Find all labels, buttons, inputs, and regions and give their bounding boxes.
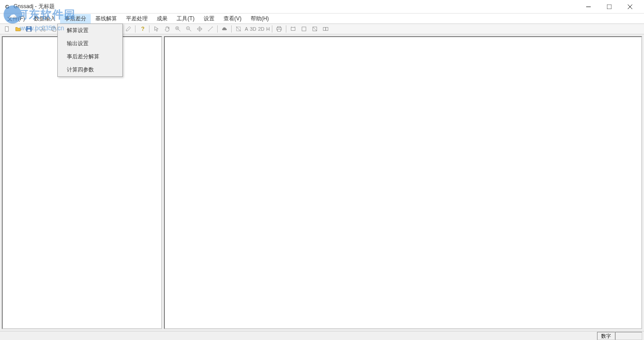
svg-point-9	[44, 30, 46, 32]
svg-rect-32	[278, 29, 281, 31]
svg-line-36	[313, 27, 317, 31]
svg-rect-33	[291, 28, 295, 31]
menu-tools[interactable]: 工具(T)	[172, 14, 199, 24]
minimize-button[interactable]	[578, 0, 599, 14]
rect1-icon[interactable]	[288, 24, 298, 33]
menu-settings[interactable]: 设置	[199, 14, 219, 24]
menu-results[interactable]: 成果	[152, 14, 172, 24]
svg-line-29	[236, 27, 241, 32]
main-area	[0, 34, 644, 331]
svg-rect-37	[323, 28, 326, 31]
text-2d-icon[interactable]: 2D	[257, 26, 265, 32]
new-file-icon[interactable]	[2, 24, 12, 33]
svg-line-26	[189, 29, 191, 31]
svg-rect-7	[28, 29, 31, 31]
menu-view[interactable]: 查看(V)	[219, 14, 246, 24]
dropdown-output-settings[interactable]: 输出设置	[58, 37, 122, 50]
svg-rect-4	[5, 27, 9, 32]
arrow-icon[interactable]	[151, 24, 161, 33]
pencil-icon[interactable]	[123, 24, 133, 33]
open-folder-icon[interactable]	[13, 24, 23, 33]
dropdown-solve-settings[interactable]: 解算设置	[58, 24, 122, 37]
cloud-icon[interactable]	[219, 24, 229, 33]
dropdown-post-diff-solve[interactable]: 事后差分解算	[58, 50, 122, 63]
app-icon: G	[4, 3, 11, 10]
text-3d-icon[interactable]: 3D	[249, 26, 257, 32]
save-icon[interactable]	[24, 24, 34, 33]
select-rect-icon[interactable]	[233, 24, 243, 33]
dropdown-calc-four-params[interactable]: 计算四参数	[58, 63, 122, 76]
menu-post-diff[interactable]: 事后差分	[60, 14, 91, 24]
svg-rect-11	[53, 28, 56, 31]
menu-data-input[interactable]: 数据输入	[29, 14, 60, 24]
menu-help[interactable]: 帮助(H)	[246, 14, 274, 24]
statusbar: 数字	[0, 331, 644, 340]
svg-line-22	[178, 29, 180, 31]
help-icon[interactable]: ?	[137, 24, 147, 33]
rect4-icon[interactable]	[321, 24, 331, 33]
titlebar: G Gnssadj - 无标题	[0, 0, 644, 14]
maximize-button[interactable]	[599, 0, 620, 14]
menu-file[interactable]: 文件(F)	[3, 14, 29, 24]
rect2-icon[interactable]	[299, 24, 309, 33]
zoom-out-icon[interactable]	[184, 24, 194, 33]
menu-baseline[interactable]: 基线解算	[91, 14, 121, 24]
svg-rect-1	[607, 5, 611, 9]
zoom-fit-icon[interactable]	[195, 24, 205, 33]
right-panel	[164, 36, 642, 329]
dropdown-menu: 解算设置 输出设置 事后差分解算 计算四参数	[57, 24, 123, 77]
menubar: 文件(F) 数据输入 事后差分 基线解算 平差处理 成果 工具(T) 设置 查看…	[0, 14, 644, 24]
cut-icon[interactable]	[38, 24, 48, 33]
left-panel	[2, 36, 162, 329]
menu-adjustment[interactable]: 平差处理	[121, 14, 152, 24]
svg-rect-6	[28, 27, 30, 28]
measure-icon[interactable]	[205, 24, 215, 33]
close-button[interactable]	[620, 0, 640, 14]
svg-text:?: ?	[141, 26, 144, 32]
text-h-icon[interactable]: H	[265, 26, 271, 32]
hand-icon[interactable]	[162, 24, 172, 33]
status-empty	[615, 332, 642, 340]
zoom-in-icon[interactable]	[173, 24, 183, 33]
svg-point-8	[41, 30, 42, 32]
print-icon[interactable]	[274, 24, 284, 33]
rect3-icon[interactable]	[310, 24, 320, 33]
status-numlock: 数字	[597, 332, 615, 340]
svg-rect-34	[302, 27, 306, 31]
svg-rect-38	[326, 28, 328, 31]
window-title: Gnssadj - 无标题	[14, 3, 55, 10]
text-a-icon[interactable]: A	[244, 26, 249, 32]
